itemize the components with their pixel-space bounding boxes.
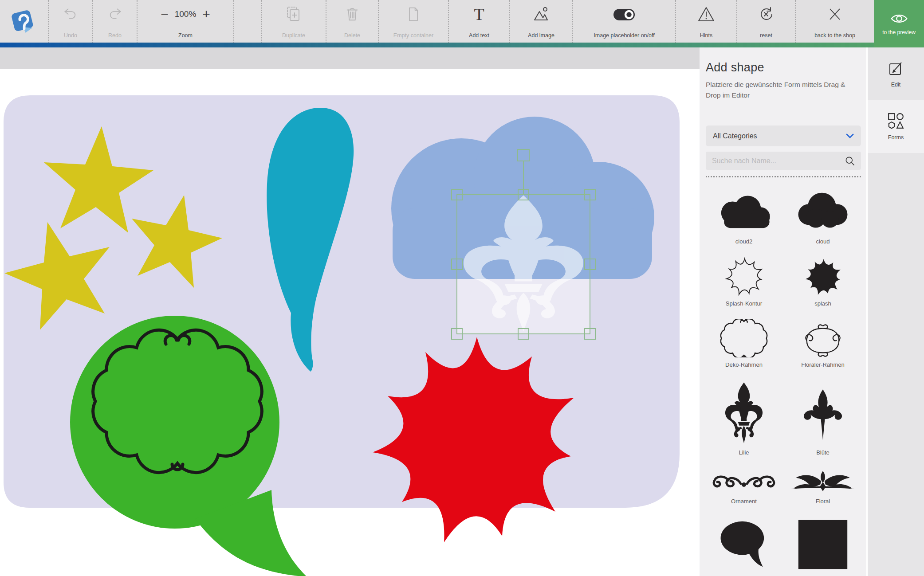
zoom-control: − 100% + Zoom — [137, 0, 233, 43]
panel-title: Add shape — [706, 61, 861, 74]
image-placeholder-label: Image placeholder on/off — [594, 32, 654, 39]
zoom-label: Zoom — [178, 32, 193, 39]
floral-frame-icon — [799, 324, 847, 357]
svg-text:T: T — [474, 5, 484, 24]
zoom-out-button[interactable]: − — [161, 8, 169, 20]
zoom-in-button[interactable]: + — [202, 8, 210, 20]
tab-edit-label: Edit — [891, 82, 901, 88]
shape-tile-label: Floraler-Rahmen — [801, 361, 845, 368]
category-dropdown[interactable]: All Categories — [706, 125, 861, 146]
back-to-shop-label: back to the shop — [814, 32, 855, 39]
splash-outline-icon — [725, 257, 763, 296]
cloud-icon — [794, 184, 851, 234]
toolbar: Undo Redo − 100% + Zoom Duplicate — [0, 0, 924, 43]
shape-grid: cloud2cloudSplash-KontursplashDeko-Rahme… — [706, 184, 861, 576]
to-the-preview-label: to the preview — [882, 29, 916, 35]
progress-gradient-bar — [0, 43, 924, 47]
shape-tile-label: cloud2 — [735, 238, 752, 245]
add-text-button[interactable]: T Add text — [448, 0, 509, 43]
image-icon — [532, 4, 550, 24]
shape-tile-label: Deko-Rahmen — [725, 361, 763, 368]
chevron-down-icon — [846, 133, 854, 139]
deko-frame-icon — [720, 319, 768, 357]
zoom-value: 100% — [175, 9, 197, 19]
tab-edit[interactable]: Edit — [868, 47, 924, 100]
shape-tile-label: splash — [814, 300, 831, 307]
shape-tile-speech-bubble-right[interactable]: speech-bubble-right — [708, 517, 780, 576]
undo-label: Undo — [64, 32, 77, 39]
shape-tile-Blüte[interactable]: Blüte — [786, 380, 859, 456]
shape-tile-label: Splash-Kontur — [726, 300, 762, 307]
duplicate-label: Duplicate — [282, 32, 305, 39]
tab-forms-label: Forms — [888, 134, 904, 141]
panel-subtitle: Platziere die gewünschte Form mittels Dr… — [706, 79, 852, 101]
to-the-preview-button[interactable]: to the preview — [874, 0, 924, 47]
shape-tile-label: Ornament — [731, 498, 757, 505]
reset-icon — [757, 4, 775, 24]
search-icon — [844, 155, 856, 167]
edit-pencil-icon — [888, 60, 904, 77]
shape-tile-Floral[interactable]: Floral — [786, 468, 859, 505]
eye-icon — [889, 12, 909, 25]
shape-tile-Lilie[interactable]: Lilie — [708, 380, 780, 456]
image-placeholder-toggle[interactable]: Image placeholder on/off — [572, 0, 675, 43]
reset-button[interactable]: reset — [736, 0, 795, 43]
delete-label: Delete — [344, 32, 360, 39]
side-rail: Edit Forms — [866, 47, 924, 576]
blossom-icon — [802, 383, 843, 445]
undo-icon — [62, 4, 79, 24]
splash-icon — [804, 258, 841, 296]
shape-tile-Floraler-Rahmen[interactable]: Floraler-Rahmen — [786, 319, 859, 368]
reset-label: reset — [760, 32, 772, 39]
shape-tile-label: Blüte — [816, 449, 830, 456]
shape-tile-label: Lilie — [739, 449, 749, 456]
square-icon — [796, 518, 849, 571]
toolbar-spacer — [233, 0, 261, 43]
shape-tile-square[interactable]: square — [786, 517, 859, 576]
duplicate-icon — [285, 4, 303, 24]
hints-button[interactable]: Hints — [675, 0, 736, 43]
shape-tile-cloud2[interactable]: cloud2 — [708, 184, 780, 245]
shape-tile-Deko-Rahmen[interactable]: Deko-Rahmen — [708, 319, 780, 368]
category-selected-value: All Categories — [713, 132, 757, 140]
add-image-button[interactable]: Add image — [509, 0, 572, 43]
shape-tile-cloud[interactable]: cloud — [786, 184, 859, 245]
undo-button[interactable]: Undo — [48, 0, 92, 43]
toggle-on-icon — [612, 4, 636, 24]
fleur-de-lis-icon — [723, 380, 765, 445]
logo-icon — [10, 8, 38, 35]
shape-tile-label: cloud — [816, 238, 830, 245]
canvas-top-strip — [0, 47, 700, 69]
shape-tile-splash[interactable]: splash — [786, 257, 859, 307]
ornament-icon — [711, 474, 777, 494]
text-icon: T — [470, 4, 488, 24]
floral-icon — [789, 468, 857, 494]
document-icon — [405, 4, 421, 24]
empty-container-label: Empty container — [393, 32, 433, 39]
shape-tile-Splash-Kontur[interactable]: Splash-Kontur — [708, 257, 780, 307]
cloud2-icon — [716, 192, 772, 234]
tab-forms[interactable]: Forms — [868, 100, 924, 153]
redo-button[interactable]: Redo — [92, 0, 137, 43]
add-shape-panel: Add shape Platziere die gewünschte Form … — [700, 47, 866, 576]
shape-tile-Ornament[interactable]: Ornament — [708, 468, 780, 505]
back-to-shop-button[interactable]: back to the shop — [795, 0, 874, 43]
redo-icon — [106, 4, 123, 24]
hints-label: Hints — [700, 32, 712, 39]
shape-search — [706, 152, 861, 170]
shape-tile-label: Floral — [816, 498, 830, 505]
add-text-label: Add text — [469, 32, 489, 39]
app-logo[interactable] — [0, 0, 48, 43]
speech-bubble-right-icon — [717, 517, 771, 571]
duplicate-button[interactable]: Duplicate — [261, 0, 326, 43]
trash-icon — [344, 4, 361, 24]
panel-divider — [706, 176, 861, 177]
delete-button[interactable]: Delete — [326, 0, 378, 43]
redo-label: Redo — [108, 32, 122, 39]
empty-container-button[interactable]: Empty container — [378, 0, 448, 43]
search-input[interactable] — [711, 157, 844, 165]
forms-shapes-icon — [888, 113, 904, 129]
warning-triangle-icon — [697, 4, 716, 24]
close-icon — [826, 4, 843, 24]
add-image-label: Add image — [528, 32, 554, 39]
